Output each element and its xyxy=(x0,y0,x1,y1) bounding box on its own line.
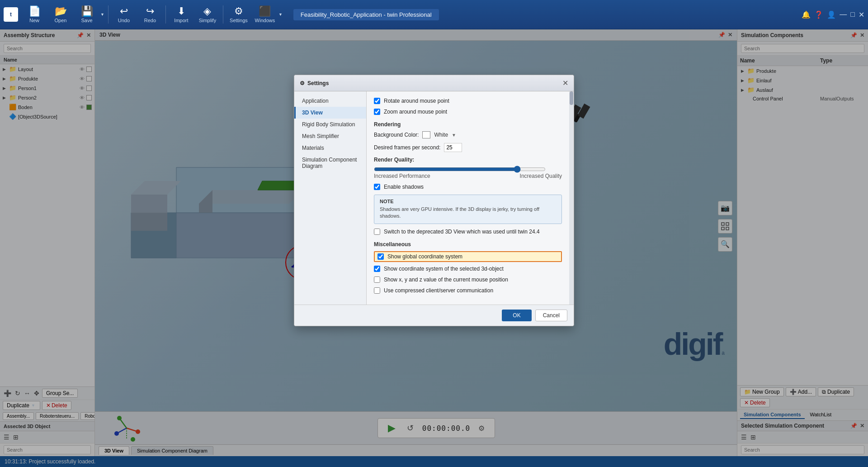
modal-footer: OK Cancel xyxy=(294,305,574,326)
bg-color-swatch[interactable] xyxy=(422,131,430,138)
open-button[interactable]: 📂 Open xyxy=(48,1,73,28)
settings-gear-icon: ⚙ xyxy=(300,80,305,86)
fps-row: Desired frames per second: xyxy=(374,143,562,152)
help-icon[interactable]: ❓ xyxy=(814,10,823,19)
note-title: NOTE xyxy=(380,199,556,204)
new-icon: 📄 xyxy=(28,6,41,16)
modal-title-bar: ⚙ Settings ✕ xyxy=(294,75,574,91)
modal-title: ⚙ Settings xyxy=(300,80,329,86)
fps-input[interactable] xyxy=(444,143,462,152)
use-compressed-row: Use compressed client/server communicati… xyxy=(374,287,562,294)
deprecated-row: Switch to the deprecated 3D View which w… xyxy=(374,229,562,235)
settings-button[interactable]: ⚙ Settings xyxy=(226,1,251,28)
save-dropdown-arrow[interactable]: ▼ xyxy=(99,12,105,17)
app-logo: t xyxy=(4,7,18,22)
toolbar-divider-3 xyxy=(223,5,223,24)
show-global-coord-row: Show global coordinate system xyxy=(374,251,562,262)
use-compressed-checkbox[interactable] xyxy=(374,287,380,294)
windows-dropdown-arrow[interactable]: ▼ xyxy=(278,12,283,17)
settings-modal: ⚙ Settings ✕ Application 3D View Rigid B… xyxy=(294,75,574,326)
simplify-button[interactable]: ◈ Simplify xyxy=(195,1,220,28)
undo-icon: ↩ xyxy=(120,6,128,16)
windows-icon: ⬛ xyxy=(259,6,271,16)
save-button[interactable]: 💾 Save xyxy=(74,1,99,28)
quality-labels-row: Increased Performance Increased Quality xyxy=(374,173,562,179)
main-toolbar: t 📄 New 📂 Open 💾 Save ▼ ↩ Undo ↪ Redo ⬇ … xyxy=(0,0,868,29)
redo-button[interactable]: ↪ Redo xyxy=(137,1,163,28)
bg-color-row: Background Color: White ▼ xyxy=(374,131,562,138)
redo-icon: ↪ xyxy=(146,6,154,16)
quality-slider-row xyxy=(374,166,562,173)
windows-btn-group: ⬛ Windows ▼ xyxy=(252,1,283,28)
quality-max-label: Increased Quality xyxy=(520,173,562,179)
modal-close-button[interactable]: ✕ xyxy=(562,79,568,87)
modal-cancel-button[interactable]: Cancel xyxy=(535,310,567,321)
show-xyz-row: Show x, y and z value of the current mou… xyxy=(374,276,562,283)
scrollbar-thumb[interactable] xyxy=(570,91,573,105)
windows-button[interactable]: ⬛ Windows xyxy=(252,1,278,28)
new-button[interactable]: 📄 New xyxy=(22,1,47,28)
nav-item-sim-diagram[interactable]: Simulation Component Diagram xyxy=(294,154,366,172)
save-icon: 💾 xyxy=(81,6,93,16)
modal-ok-button[interactable]: OK xyxy=(502,310,531,321)
deprecated-checkbox[interactable] xyxy=(374,229,380,235)
note-text: Shadows are very GPU intensive. If the 3… xyxy=(380,206,556,220)
toolbar-right: 🔔 ❓ 👤 — □ ✕ xyxy=(802,10,864,19)
minimize-icon[interactable]: — xyxy=(840,10,847,19)
user-icon[interactable]: 👤 xyxy=(827,10,836,19)
toolbar-divider-2 xyxy=(165,5,166,24)
save-btn-group: 💾 Save ▼ xyxy=(74,1,105,28)
modal-scrollbar[interactable] xyxy=(569,91,574,305)
rotate-mouse-checkbox[interactable] xyxy=(374,98,380,104)
show-coord-selected-row: Show coordinate system of the selected 3… xyxy=(374,266,562,272)
close-app-icon[interactable]: ✕ xyxy=(859,10,864,19)
nav-item-mesh-simplifier[interactable]: Mesh Simplifier xyxy=(294,130,366,142)
nav-item-3dview[interactable]: 3D View xyxy=(294,107,366,119)
note-box: NOTE Shadows are very GPU intensive. If … xyxy=(374,195,562,224)
toolbar-divider-1 xyxy=(108,5,108,24)
settings-icon: ⚙ xyxy=(234,6,243,16)
show-xyz-checkbox[interactable] xyxy=(374,276,380,283)
modal-nav: Application 3D View Rigid Body Simulatio… xyxy=(294,91,367,305)
notification-icon[interactable]: 🔔 xyxy=(802,10,811,19)
open-icon: 📂 xyxy=(55,6,67,16)
import-icon: ⬇ xyxy=(177,6,185,16)
simplify-icon: ◈ xyxy=(203,6,211,16)
app-title: Feasibility_Robotic_Application - twin P… xyxy=(293,9,439,20)
show-coord-selected-checkbox[interactable] xyxy=(374,266,380,272)
zoom-mouse-row: Zoom around mouse point xyxy=(374,109,562,115)
quality-min-label: Increased Performance xyxy=(374,173,430,179)
modal-body: Application 3D View Rigid Body Simulatio… xyxy=(294,91,574,305)
rotate-mouse-row: Rotate around mouse point xyxy=(374,98,562,104)
bg-color-dropdown-arrow[interactable]: ▼ xyxy=(452,133,456,138)
nav-item-application[interactable]: Application xyxy=(294,95,366,107)
nav-item-rigid-body[interactable]: Rigid Body Simulation xyxy=(294,119,366,130)
nav-item-materials[interactable]: Materials xyxy=(294,142,366,154)
bg-color-value: White xyxy=(434,132,448,138)
enable-shadows-checkbox[interactable] xyxy=(374,184,380,190)
quality-slider[interactable] xyxy=(374,166,546,173)
maximize-icon[interactable]: □ xyxy=(850,10,855,19)
quality-label: Render Quality: xyxy=(374,157,562,163)
new-btn-group: 📄 New xyxy=(22,1,47,28)
misc-section-title: Miscellaneous xyxy=(374,241,562,248)
modal-content: Rotate around mouse point Zoom around mo… xyxy=(367,91,569,305)
zoom-mouse-checkbox[interactable] xyxy=(374,109,380,115)
show-global-coord-checkbox[interactable] xyxy=(377,253,384,260)
settings-modal-overlay: ⚙ Settings ✕ Application 3D View Rigid B… xyxy=(0,29,868,467)
import-button[interactable]: ⬇ Import xyxy=(169,1,194,28)
rendering-section-title: Rendering xyxy=(374,121,562,128)
undo-button[interactable]: ↩ Undo xyxy=(111,1,137,28)
enable-shadows-row: Enable shadows xyxy=(374,184,562,190)
